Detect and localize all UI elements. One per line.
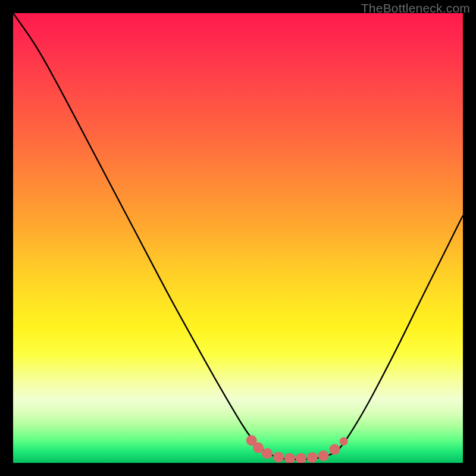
highlight-dot bbox=[262, 448, 273, 459]
curve-layer bbox=[13, 13, 463, 463]
highlight-dot bbox=[253, 442, 264, 453]
highlight-dot bbox=[273, 452, 284, 462]
highlight-dot bbox=[296, 453, 306, 463]
highlight-dot bbox=[318, 450, 329, 461]
bottleneck-curve bbox=[13, 13, 463, 459]
watermark-text: TheBottleneck.com bbox=[361, 1, 470, 15]
highlight-outlier-dot bbox=[340, 437, 348, 446]
highlight-dot bbox=[330, 444, 340, 455]
chart-stage: TheBottleneck.com bbox=[0, 0, 476, 476]
highlight-dot bbox=[307, 452, 318, 463]
plot-area bbox=[13, 13, 463, 463]
highlight-dots bbox=[246, 435, 340, 463]
highlight-dot bbox=[284, 453, 295, 463]
